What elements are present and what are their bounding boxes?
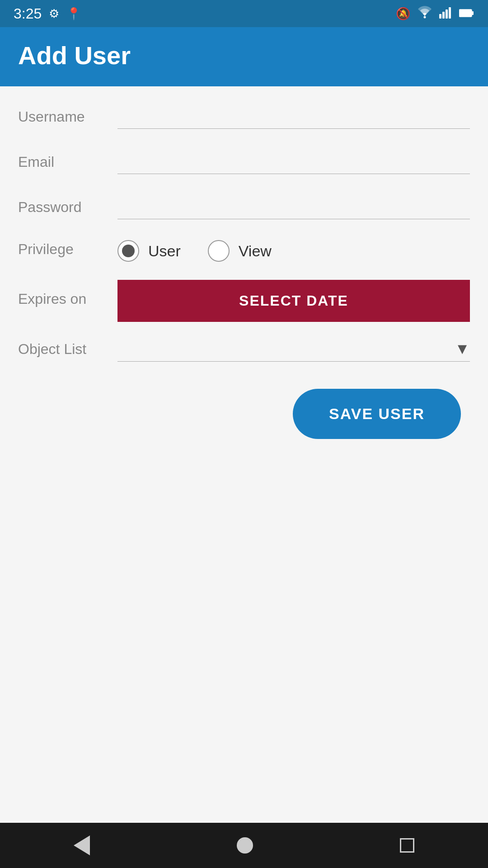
email-label: Email [18,154,117,174]
settings-icon: ⚙ [49,7,59,21]
privilege-user-option[interactable]: User [117,240,181,262]
username-row: Username [18,104,470,132]
privilege-row: Privilege User View [18,240,470,262]
svg-rect-4 [449,7,451,19]
recents-icon [400,838,414,853]
save-user-button[interactable]: SAVE USER [293,389,461,439]
email-row: Email [18,150,470,177]
recents-button[interactable] [386,834,428,857]
username-label: Username [18,108,117,129]
password-label: Password [18,199,117,219]
svg-rect-6 [472,11,474,15]
password-input[interactable] [117,195,470,219]
privilege-user-label: User [148,242,181,260]
expires-on-label: Expires on [18,291,117,311]
main-content: Username Email Password Privilege User V… [0,86,488,823]
status-right: 🔕 [396,6,474,22]
chevron-down-icon: ▼ [455,340,470,358]
svg-rect-5 [459,9,472,17]
privilege-view-option[interactable]: View [208,240,272,262]
home-icon [237,837,253,854]
mute-icon: 🔕 [396,7,410,21]
status-bar: 3:25 ⚙ 📍 🔕 [0,0,488,27]
username-input[interactable] [117,104,470,129]
battery-icon [459,7,474,21]
privilege-view-radio[interactable] [208,240,230,262]
privilege-label: Privilege [18,241,117,261]
header: Add User [0,27,488,86]
save-button-container: SAVE USER [18,389,470,439]
privilege-user-radio[interactable] [117,240,139,262]
svg-point-0 [424,16,426,18]
svg-rect-2 [442,12,445,19]
password-row: Password [18,195,470,222]
home-button[interactable] [223,833,267,858]
svg-rect-1 [439,14,441,19]
privilege-options: User View [117,240,470,262]
back-icon [74,835,90,855]
expires-on-row: Expires on SELECT DATE [18,280,470,322]
bottom-nav [0,823,488,868]
status-time: 3:25 [14,5,42,22]
select-date-button[interactable]: SELECT DATE [117,280,470,322]
back-button[interactable] [60,831,103,860]
object-list-dropdown[interactable]: ▼ [117,340,470,362]
signal-icon [439,6,453,22]
object-list-row: Object List ▼ [18,340,470,362]
page-title: Add User [18,41,131,70]
svg-rect-3 [446,9,448,19]
object-list-label: Object List [18,341,117,361]
privilege-view-label: View [239,242,272,260]
email-input[interactable] [117,150,470,174]
status-left: 3:25 ⚙ 📍 [14,5,81,22]
wifi-icon [417,6,433,22]
location-icon: 📍 [66,7,81,21]
